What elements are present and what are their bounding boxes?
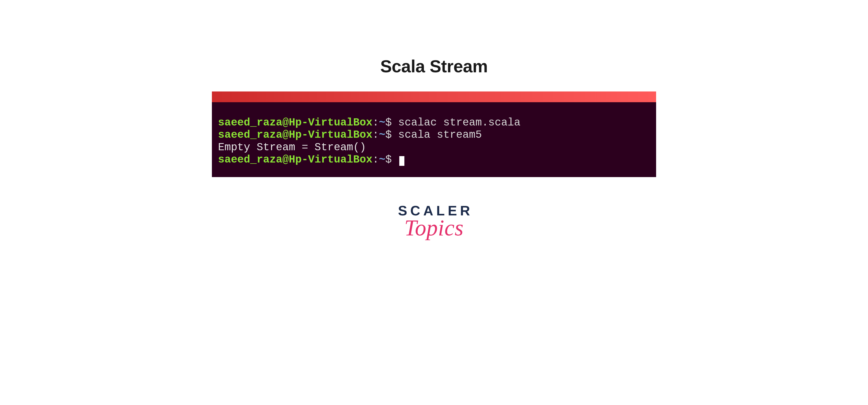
- prompt-tilde: ~: [379, 153, 385, 166]
- brand-line2: Topics: [404, 215, 464, 241]
- brand-logo: SCALER Topics: [395, 203, 473, 241]
- terminal-body: saeed_raza@Hp-VirtualBox:~$ scalac strea…: [212, 102, 656, 177]
- prompt-dollar: $: [385, 153, 392, 166]
- terminal-line-2: saeed_raza@Hp-VirtualBox:~$ scala stream…: [218, 129, 650, 141]
- terminal-line-last: saeed_raza@Hp-VirtualBox:~$: [218, 153, 650, 166]
- terminal-window: saeed_raza@Hp-VirtualBox:~$ scalac strea…: [212, 91, 656, 177]
- command-text: scala stream5: [392, 129, 482, 141]
- prompt-user-host: saeed_raza@Hp-VirtualBox: [218, 117, 372, 129]
- prompt-colon: :: [372, 153, 379, 166]
- command-text: scalac stream.scala: [392, 117, 521, 129]
- page-title: Scala Stream: [380, 56, 488, 76]
- terminal-titlebar: [212, 91, 656, 102]
- cursor-gap: [392, 153, 398, 166]
- cursor-icon: [399, 156, 404, 166]
- prompt-user-host: saeed_raza@Hp-VirtualBox: [218, 153, 372, 166]
- prompt-dollar: $: [385, 117, 392, 129]
- prompt-colon: :: [372, 117, 379, 129]
- output-text: Empty Stream = Stream(): [218, 141, 366, 153]
- prompt-colon: :: [372, 129, 379, 141]
- prompt-dollar: $: [385, 129, 392, 141]
- prompt-user-host: saeed_raza@Hp-VirtualBox: [218, 129, 372, 141]
- terminal-output: Empty Stream = Stream(): [218, 141, 650, 153]
- prompt-tilde: ~: [379, 129, 385, 141]
- terminal-line-1: saeed_raza@Hp-VirtualBox:~$ scalac strea…: [218, 117, 650, 129]
- prompt-tilde: ~: [379, 117, 385, 129]
